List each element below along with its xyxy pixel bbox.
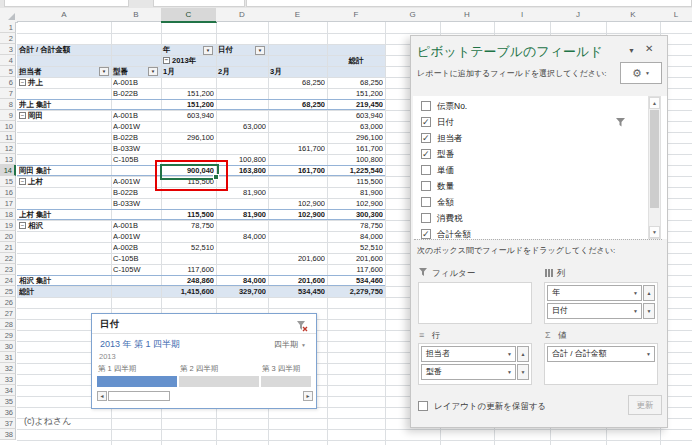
field-list-item[interactable]: 単価	[421, 162, 651, 178]
field-checkbox[interactable]	[421, 101, 431, 111]
row-header-28[interactable]: 28	[0, 319, 16, 330]
columns-area-box[interactable]: 年▼ 日付▼ ▲ ▼	[544, 282, 658, 324]
period-segment[interactable]	[97, 376, 177, 387]
column-header-F[interactable]: F	[327, 8, 386, 22]
scroll-down-icon[interactable]: ▼	[643, 303, 655, 319]
row-header-17[interactable]: 17	[0, 198, 16, 209]
column-header-E[interactable]: E	[268, 8, 328, 22]
row-header-26[interactable]: 26	[0, 297, 16, 308]
column-header-K[interactable]: K	[606, 8, 661, 22]
field-checkbox[interactable]	[421, 149, 431, 159]
field-checkbox[interactable]	[421, 213, 431, 223]
area-field-pill[interactable]: 合計 / 合計金額▼	[547, 346, 655, 362]
row-header-8[interactable]: 8	[0, 99, 16, 110]
row-header-18[interactable]: 18	[0, 209, 16, 220]
row-header-34[interactable]: 34	[0, 385, 16, 396]
row-header-29[interactable]: 29	[0, 330, 16, 341]
row-header-13[interactable]: 13	[0, 154, 16, 165]
scroll-up-icon[interactable]: ▲	[649, 97, 660, 109]
row-header-21[interactable]: 21	[0, 242, 16, 253]
column-header-J[interactable]: J	[550, 8, 607, 22]
row-header-20[interactable]: 20	[0, 231, 16, 242]
column-header-C[interactable]: C	[161, 8, 217, 23]
field-checkbox[interactable]	[421, 117, 431, 127]
time-level-dropdown[interactable]: 四半期▼	[274, 339, 306, 350]
slicer-scrollbar-thumb[interactable]	[108, 391, 170, 401]
row-header-35[interactable]: 35	[0, 396, 16, 407]
name-box[interactable]	[4, 0, 129, 7]
field-list-item[interactable]: 金額	[421, 194, 651, 210]
row-header-11[interactable]: 11	[0, 132, 16, 143]
field-checkbox[interactable]	[421, 133, 431, 143]
row-header-12[interactable]: 12	[0, 143, 16, 154]
row-header-32[interactable]: 32	[0, 363, 16, 374]
area-field-pill[interactable]: 年▼	[547, 285, 642, 301]
field-list-item[interactable]: 合計金額	[421, 226, 651, 239]
field-checkbox[interactable]	[421, 197, 431, 207]
scroll-up-icon[interactable]: ▲	[643, 285, 655, 301]
column-header-G[interactable]: G	[385, 8, 441, 22]
row-header-33[interactable]: 33	[0, 374, 16, 385]
field-checkbox[interactable]	[421, 229, 431, 239]
values-area-box[interactable]: 合計 / 合計金額▼	[544, 343, 658, 385]
row-header-19[interactable]: 19	[0, 220, 16, 231]
period-segment[interactable]	[261, 376, 311, 387]
field-list-item[interactable]: 数量	[421, 178, 651, 194]
scroll-up-icon[interactable]: ▲	[517, 346, 529, 362]
row-header-4[interactable]: 4	[0, 55, 16, 66]
field-checkbox[interactable]	[421, 165, 431, 175]
slicer-scroll-right-button[interactable]: ►	[303, 391, 313, 401]
column-header-D[interactable]: D	[216, 8, 269, 22]
column-header-B[interactable]: B	[111, 8, 162, 22]
area-field-pill[interactable]: 日付▼	[547, 303, 642, 319]
filter-area-box[interactable]	[418, 282, 532, 324]
row-header-6[interactable]: 6	[0, 77, 16, 88]
row-header-22[interactable]: 22	[0, 253, 16, 264]
area-field-pill[interactable]: 型番▼	[421, 364, 516, 380]
scroll-down-icon[interactable]: ▼	[649, 226, 660, 238]
scrollbar-thumb[interactable]	[650, 110, 659, 208]
row-header-1[interactable]: 1	[0, 22, 16, 33]
column-header-L[interactable]: L	[660, 8, 692, 22]
defer-layout-checkbox[interactable]	[418, 401, 428, 411]
row-header-16[interactable]: 16	[0, 187, 16, 198]
date-timeline-slicer[interactable]: 日付 2013 年 第 1 四半期 四半期▼ 2013 第 1 四半期第 2 四…	[91, 313, 317, 409]
row-header-24[interactable]: 24	[0, 275, 16, 286]
row-header-25[interactable]: 25	[0, 286, 16, 297]
row-header-37[interactable]: 37	[0, 418, 16, 429]
field-list-item[interactable]: 消費税	[421, 210, 651, 226]
column-header-H[interactable]: H	[440, 8, 495, 22]
update-button[interactable]: 更新	[628, 395, 662, 415]
field-list-scrollbar[interactable]: ▲ ▼	[648, 96, 661, 239]
row-header-27[interactable]: 27	[0, 308, 16, 319]
row-header-14[interactable]: 14	[0, 165, 16, 176]
field-list-item[interactable]: 担当者	[421, 130, 651, 146]
row-header-30[interactable]: 30	[0, 341, 16, 352]
row-header-23[interactable]: 23	[0, 264, 16, 275]
scroll-down-icon[interactable]: ▼	[517, 364, 529, 380]
row-header-36[interactable]: 36	[0, 407, 16, 418]
rows-area-box[interactable]: 担当者▼ 型番▼ ▲ ▼	[418, 343, 532, 385]
formula-bar[interactable]	[246, 0, 692, 7]
row-header-3[interactable]: 3	[0, 44, 16, 55]
row-header-7[interactable]: 7	[0, 88, 16, 99]
field-checkbox[interactable]	[421, 181, 431, 191]
field-list-item[interactable]: 型番	[421, 146, 651, 162]
fx-area[interactable]	[153, 0, 245, 7]
row-header-5[interactable]: 5	[0, 66, 16, 77]
row-header-2[interactable]: 2	[0, 33, 16, 44]
field-list-item[interactable]: 伝票No.	[421, 98, 651, 114]
column-header-I[interactable]: I	[494, 8, 551, 22]
column-header-A[interactable]: A	[17, 8, 112, 22]
area-field-pill[interactable]: 担当者▼	[421, 346, 516, 362]
pane-options-icon[interactable]: ▼	[628, 47, 635, 54]
row-header-10[interactable]: 10	[0, 121, 16, 132]
row-header-9[interactable]: 9	[0, 110, 16, 121]
field-list-item[interactable]: 日付	[421, 114, 651, 130]
row-header-38[interactable]: 38	[0, 429, 16, 440]
tools-gear-button[interactable]: ⚙▼	[620, 62, 662, 84]
clear-filter-icon[interactable]	[296, 318, 308, 330]
slicer-scroll-left-button[interactable]: ◄	[97, 391, 107, 401]
row-header-15[interactable]: 15	[0, 176, 16, 187]
row-header-31[interactable]: 31	[0, 352, 16, 363]
